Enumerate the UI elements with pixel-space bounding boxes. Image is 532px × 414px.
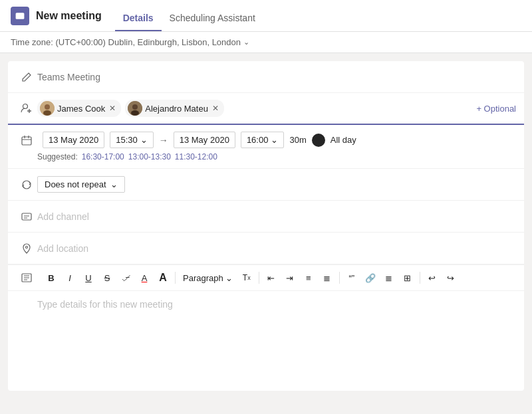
attendee-name-james: James Cook bbox=[57, 104, 105, 114]
end-date-input[interactable]: 13 May 2020 bbox=[174, 132, 235, 148]
svg-point-4 bbox=[43, 110, 51, 116]
repeat-row: Does not repeat ⌄ bbox=[8, 169, 524, 201]
repeat-field-container: Does not repeat ⌄ bbox=[37, 176, 516, 193]
underline-button[interactable]: U bbox=[80, 269, 97, 286]
location-icon bbox=[16, 243, 37, 254]
duration-dot bbox=[312, 134, 325, 147]
attendee-chip-james: James Cook ✕ bbox=[37, 100, 121, 117]
calendar-icon bbox=[16, 135, 37, 146]
editor-toolbar: B I U S ⍻ A A Paragraph ⌄ Tx ⇤ ⇥ ≡ ≣ “” … bbox=[8, 264, 524, 291]
allday-label: All day bbox=[331, 135, 356, 145]
quote-button[interactable]: “” bbox=[343, 269, 360, 286]
avatar-james bbox=[40, 101, 55, 116]
tab-bar: Details Scheduling Assistant bbox=[115, 0, 263, 31]
attendees-input[interactable] bbox=[228, 103, 344, 114]
app-header: New meeting Details Scheduling Assistant bbox=[0, 0, 532, 32]
tab-scheduling-assistant[interactable]: Scheduling Assistant bbox=[162, 0, 263, 31]
add-people-icon bbox=[16, 103, 37, 114]
suggested-time-3[interactable]: 11:30-12:00 bbox=[175, 152, 217, 161]
svg-point-6 bbox=[132, 104, 138, 110]
align-button[interactable]: ≣ bbox=[380, 269, 398, 286]
suggested-label: Suggested: bbox=[37, 152, 78, 161]
remove-alejandro-button[interactable]: ✕ bbox=[212, 104, 219, 113]
attendee-chip-alejandro: Alejandro Mateu ✕ bbox=[125, 100, 224, 117]
attendees-row: James Cook ✕ Alejandro Mateu ✕ + Optiona… bbox=[8, 93, 524, 125]
svg-point-10 bbox=[26, 246, 28, 248]
svg-point-3 bbox=[45, 104, 50, 110]
page-title: New meeting bbox=[36, 10, 102, 22]
title-row bbox=[8, 61, 524, 93]
toolbar-divider-1 bbox=[175, 272, 176, 284]
channel-icon bbox=[16, 211, 37, 222]
start-time-select[interactable]: 15:30 ⌄ bbox=[110, 132, 154, 148]
list-number-button[interactable]: ≣ bbox=[319, 269, 336, 286]
location-placeholder: Add location bbox=[37, 243, 88, 254]
datetime-row: 13 May 2020 15:30 ⌄ → 13 May 2020 16:00 … bbox=[8, 125, 524, 169]
remove-james-button[interactable]: ✕ bbox=[109, 104, 116, 113]
svg-rect-9 bbox=[22, 213, 31, 220]
end-time-chevron-icon: ⌄ bbox=[271, 135, 278, 145]
duration-label: 30m bbox=[289, 135, 306, 145]
suggested-times-row: Suggested: 16:30-17:00 13:00-13:30 11:30… bbox=[37, 152, 217, 161]
teams-icon bbox=[11, 7, 29, 25]
svg-rect-0 bbox=[16, 13, 25, 19]
attendee-name-alejandro: Alejandro Mateu bbox=[145, 104, 208, 114]
avatar-alejandro bbox=[128, 101, 142, 116]
timezone-label: Time zone: (UTC+00:00) Dublin, Edinburgh… bbox=[11, 37, 241, 47]
attendees-field-container: James Cook ✕ Alejandro Mateu ✕ + Optiona… bbox=[37, 100, 516, 117]
channel-field-container[interactable]: Add channel bbox=[37, 211, 516, 222]
paragraph-chevron-icon: ⌄ bbox=[225, 273, 233, 283]
suggested-time-1[interactable]: 16:30-17:00 bbox=[82, 152, 124, 161]
list-bullet-button[interactable]: ≡ bbox=[300, 269, 317, 286]
optional-button[interactable]: + Optional bbox=[476, 104, 516, 114]
italic-button[interactable]: I bbox=[61, 269, 78, 286]
redo-button[interactable]: ↪ bbox=[442, 269, 460, 286]
channel-row: Add channel bbox=[8, 201, 524, 233]
location-row: Add location bbox=[8, 233, 524, 264]
timezone-bar: Time zone: (UTC+00:00) Dublin, Edinburgh… bbox=[0, 32, 532, 53]
meeting-form: James Cook ✕ Alejandro Mateu ✕ + Optiona… bbox=[8, 61, 524, 391]
datetime-main-row: 13 May 2020 15:30 ⌄ → 13 May 2020 16:00 … bbox=[16, 132, 516, 148]
editor-area[interactable]: Type details for this new meeting bbox=[8, 291, 524, 391]
start-date-input[interactable]: 13 May 2020 bbox=[43, 132, 104, 148]
editor-icon bbox=[16, 272, 37, 283]
location-field-container[interactable]: Add location bbox=[37, 243, 516, 254]
link-button[interactable]: 🔗 bbox=[362, 269, 379, 286]
paragraph-select[interactable]: Paragraph ⌄ bbox=[179, 272, 237, 284]
indent-decrease-button[interactable]: ⇤ bbox=[263, 269, 280, 286]
end-time-select[interactable]: 16:00 ⌄ bbox=[241, 132, 285, 148]
title-field-container bbox=[37, 72, 516, 82]
start-time-chevron-icon: ⌄ bbox=[140, 135, 148, 145]
bold-button[interactable]: B bbox=[43, 269, 60, 286]
edit-icon bbox=[16, 72, 37, 82]
timezone-chevron-icon[interactable]: ⌄ bbox=[243, 38, 249, 47]
repeat-label: Does not repeat bbox=[45, 179, 106, 189]
title-input[interactable] bbox=[37, 72, 516, 82]
svg-point-7 bbox=[131, 110, 139, 116]
svg-rect-8 bbox=[22, 137, 31, 145]
repeat-select[interactable]: Does not repeat ⌄ bbox=[37, 176, 125, 193]
font-color-button[interactable]: A bbox=[136, 269, 153, 286]
clear-format-button[interactable]: Tx bbox=[238, 269, 255, 286]
toolbar-divider-2 bbox=[259, 272, 259, 284]
repeat-chevron-icon: ⌄ bbox=[110, 179, 118, 189]
font-size-button[interactable]: A bbox=[154, 269, 172, 286]
strikethrough-button[interactable]: S bbox=[98, 269, 116, 286]
table-button[interactable]: ⊞ bbox=[399, 269, 416, 286]
tab-details[interactable]: Details bbox=[115, 0, 162, 31]
editor-placeholder: Type details for this new meeting bbox=[37, 299, 173, 310]
indent-increase-button[interactable]: ⇥ bbox=[281, 269, 299, 286]
undo-button[interactable]: ↩ bbox=[424, 269, 441, 286]
toolbar-divider-3 bbox=[339, 272, 340, 284]
highlight-button[interactable]: ⍻ bbox=[117, 269, 134, 286]
channel-placeholder: Add channel bbox=[37, 211, 89, 222]
toolbar-divider-4 bbox=[420, 272, 420, 284]
arrow-right-icon: → bbox=[159, 135, 168, 146]
repeat-icon bbox=[16, 179, 37, 190]
suggested-time-2[interactable]: 13:00-13:30 bbox=[128, 152, 171, 161]
